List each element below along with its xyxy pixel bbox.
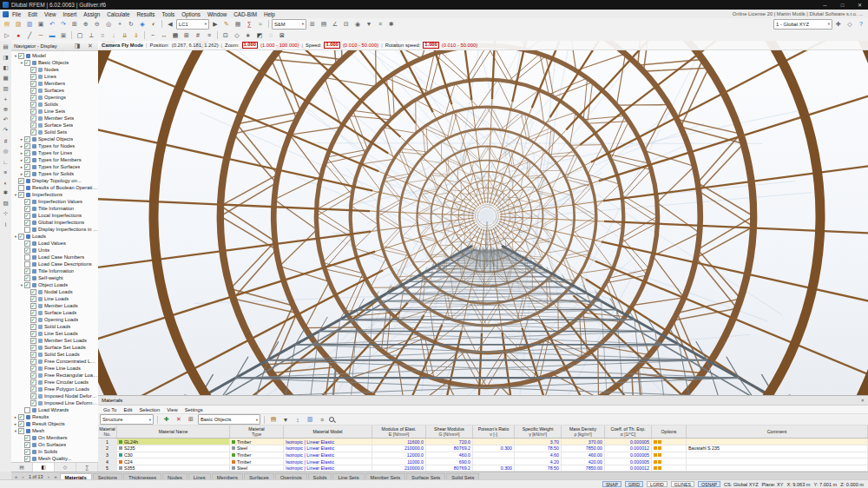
display-settings-icon[interactable]: ✱ [386,20,397,29]
tree-item-member-loads[interactable]: Member Loads [11,302,98,309]
menu-help[interactable]: Help [260,11,279,17]
value-cell-nu[interactable] [473,458,515,465]
copy-row-icon[interactable]: ⊞ [186,415,196,424]
tree-item-nodal-loads[interactable]: Nodal Loads [11,288,98,295]
maximize-button[interactable]: □ [837,3,848,8]
material-model-cell[interactable]: Isotropic | Linear Elastic [284,452,372,458]
tree-item-imperfections[interactable]: ▾Imperfections [11,191,98,198]
value-cell-rh[interactable]: 7850.00 [562,465,605,472]
tree-item-load-wizards[interactable]: Load Wizards [11,406,98,413]
render-toggle-icon[interactable]: ◐ [148,20,159,29]
column-header-poisson-s-ratio[interactable]: Poisson's Ratioν [-] [473,425,515,438]
tree-item-surfaces[interactable]: Surfaces [11,87,98,94]
menu-window[interactable]: Window [204,11,230,17]
render-icon[interactable]: ◐ [1,178,10,187]
material-row-s235[interactable]: 2S235SteelIsotropic | Linear Elastic2100… [98,445,868,452]
visibility-checkbox[interactable] [24,60,30,66]
save-model-icon[interactable]: ▥ [24,20,35,29]
value-cell-ga[interactable]: 4.20 [515,458,562,465]
visibility-checkbox[interactable] [24,220,30,226]
visibility-checkbox[interactable] [18,414,24,420]
tree-item-solids[interactable]: Solids [11,101,98,108]
tree-item-solid-loads[interactable]: Solid Loads [11,323,98,330]
visibility-checkbox[interactable] [18,192,24,198]
tree-item-types-for-lines[interactable]: ▸Types for Lines [11,149,98,156]
panel-menu-edit[interactable]: Edit [120,407,135,412]
user-views-icon[interactable]: ◩ [254,31,265,40]
pan-view-icon[interactable]: + [115,20,125,29]
background-icon[interactable]: ▨ [1,199,10,208]
insert-surface-load-icon[interactable]: ⇓ [131,31,141,40]
visibility-checkbox[interactable] [30,109,36,115]
tree-item-line-set-loads[interactable]: Line Set Loads [11,330,98,337]
tree-item-model[interactable]: ▾Model [11,52,98,59]
visibility-checkbox[interactable] [30,115,36,122]
clipping-box-icon[interactable]: ⊡ [220,31,231,40]
tree-item-surface-loads[interactable]: Surface Loads [11,309,98,316]
tree-item-nodes[interactable]: Nodes [11,66,98,73]
section-plane-icon[interactable]: ⊟ [341,20,352,29]
light-icon[interactable]: ✱ [1,188,10,197]
object-filter-combo[interactable]: Basic Objects▾ [198,414,260,425]
value-cell-e[interactable]: 210000.0 [372,445,426,452]
mesh-settings-icon[interactable]: ▦ [170,31,181,40]
layers-icon[interactable]: ≡ [1,168,10,176]
tree-item-imposed-line-deformat[interactable]: Imposed Line Deformat... [11,399,98,406]
column-header-specific-weight-kn-m[interactable]: Specific Weightγ [kN/m³] [515,425,562,438]
value-cell-rh[interactable]: 460.00 [562,452,605,458]
zoom-value[interactable]: 1.000 [242,42,259,49]
visibility-checkbox[interactable] [30,386,36,392]
visibility-checkbox[interactable] [18,185,24,191]
visibility-checkbox[interactable] [30,95,36,101]
value-cell-nu[interactable]: 0.300 [473,445,515,452]
visibility-checkbox[interactable] [30,324,36,330]
tree-item-surface-set-loads[interactable]: Surface Set Loads [11,344,98,351]
visibility-checkbox[interactable] [30,88,36,94]
options-cell[interactable] [652,465,687,472]
visibility-checkbox[interactable] [30,400,36,406]
row-number-cell[interactable]: 5 [98,465,117,472]
menu-calculate[interactable]: Calculate [103,11,133,17]
visibility-checkbox[interactable] [30,67,36,73]
edit-load-cases-icon[interactable]: ✎ [221,20,232,29]
tree-item-global-imperfections[interactable]: Global Imperfections [11,219,98,226]
tree-item-on-members[interactable]: On Members [11,434,98,441]
visibility-checkbox[interactable] [30,373,36,379]
insert-dimension-icon[interactable]: ↔ [159,31,169,40]
work-plane-selector-icon[interactable]: ◇ [845,20,855,29]
insert-opening-icon[interactable]: ▢ [75,31,85,40]
visibility-checkbox[interactable] [24,143,30,149]
results-table-icon[interactable]: ⊞ [307,20,318,29]
visibility-checkbox[interactable] [30,303,36,309]
visibility-checkbox[interactable] [24,227,30,233]
menu-results[interactable]: Results [133,11,158,17]
material-type-cell[interactable]: Timber [230,452,284,458]
tree-item-display-topology-on[interactable]: Display Topology on... [11,177,98,184]
visibility-icon[interactable]: ◉ [352,20,363,29]
next-view-icon[interactable]: ↷ [1,126,10,135]
panel-toggle-icon[interactable]: ▥ [1,84,10,93]
visibility-checkbox[interactable] [24,407,30,413]
tree-item-object-loads[interactable]: ▾Object Loads [11,281,98,288]
tree-item-types-for-solids[interactable]: ▸Types for Solids [11,170,98,177]
3d-scene[interactable] [98,41,868,395]
value-cell-e[interactable]: 12000.0 [372,452,426,458]
value-cell-nu[interactable]: 0.300 [473,465,515,472]
value-cell-g[interactable]: 460.0 [426,452,473,458]
visibility-checkbox[interactable] [24,241,30,247]
panel-menu-settings[interactable]: Settings [181,407,207,412]
value-cell-al[interactable]: 0.000005 [605,439,652,445]
visibility-checkbox[interactable] [18,234,24,240]
tree-item-types-for-members[interactable]: ▸Types for Members [11,156,98,163]
value-cell-e[interactable]: 210000.0 [372,465,426,472]
column-header-material-no[interactable]: MaterialNo. [98,425,117,438]
tree-item-mesh-quality[interactable]: Mesh Quality... [11,455,98,462]
structure-combo[interactable]: Structure▾ [100,414,154,425]
visibility-checkbox[interactable] [24,157,30,163]
load-case-combo[interactable]: LC1▾ [176,19,209,30]
material-row-c30[interactable]: 3C30TimberIsotropic | Linear Elastic1200… [98,452,868,459]
measure-icon[interactable]: ∠ [330,20,340,29]
value-cell-al[interactable]: 0.000012 [605,445,652,452]
comment-cell[interactable]: Baustahl S 235 [687,445,868,452]
tree-item-loads[interactable]: ▾Loads [11,233,98,240]
